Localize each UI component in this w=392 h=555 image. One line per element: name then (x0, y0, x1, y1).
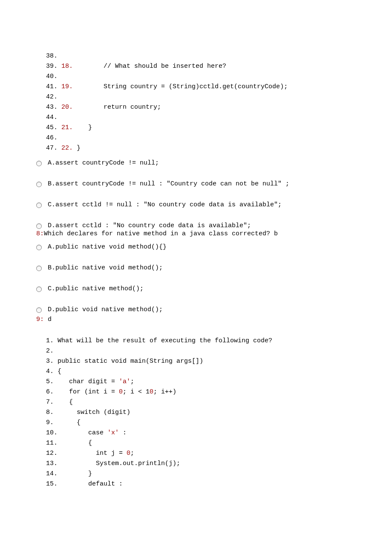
options-q8: A.public native void method(){}B.public … (0, 243, 392, 313)
code-line: 13. System.out.println(j); (46, 459, 392, 469)
code-line: 41. 19. String country = (String)cctld.g… (46, 82, 392, 92)
option-text: B.assert countryCode != null : "Country … (48, 180, 289, 188)
question-8-line: 8:Which declares for native method in a … (0, 230, 392, 237)
radio-icon[interactable] (36, 286, 42, 292)
code-line: 43. 20. return country; (46, 102, 392, 113)
radio-icon[interactable] (36, 182, 42, 187)
code-line: 12. int j = 0; (46, 448, 392, 459)
radio-icon[interactable] (36, 266, 42, 271)
code-line: 5. char digit = 'a'; (46, 377, 392, 387)
code-line: 7. { (46, 397, 392, 408)
option-text: A.public native void method(){} (48, 243, 167, 251)
code-line: 9. { (46, 418, 392, 428)
code-line: 42. (46, 92, 392, 102)
option-row: C.assert cctld != null : "No country cod… (36, 201, 392, 208)
code-line: 6. for (int i = 0; i < 10; i++) (46, 387, 392, 397)
option-row: D.assert cctld : "No country code data i… (36, 222, 392, 229)
option-text: C.assert cctld != null : "No country cod… (48, 201, 282, 208)
code-line: 1. What will be the result of executing … (46, 336, 392, 346)
option-row: C.public native method(); (36, 285, 392, 292)
code-line: 15. default : (46, 479, 392, 489)
code-line: 8. switch (digit) (46, 408, 392, 418)
code-line: 39. 18. // What should be inserted here? (46, 61, 392, 72)
option-text: C.public native method(); (48, 285, 144, 292)
option-text: D.assert cctld : "No country code data i… (48, 222, 251, 229)
option-row: B.assert countryCode != null : "Country … (36, 180, 392, 188)
code-line: 2. (46, 346, 392, 356)
radio-icon[interactable] (36, 161, 42, 166)
radio-icon[interactable] (36, 202, 42, 208)
code-block-1: 38.39. 18. // What should be inserted he… (0, 51, 392, 153)
code-line: 3. public static void main(String args[]… (46, 356, 392, 367)
q9-number: 9: (36, 316, 44, 323)
code-line: 46. (46, 133, 392, 143)
option-row: A.public native void method(){} (36, 243, 392, 251)
option-text: B.public native void method(); (48, 264, 163, 272)
option-row: B.public native void method(); (36, 264, 392, 272)
option-row: A.assert countryCode != null; (36, 159, 392, 167)
code-line: 10. case 'x' : (46, 428, 392, 438)
option-text: D.public void native method(); (48, 306, 163, 313)
radio-icon[interactable] (36, 245, 42, 250)
code-line: 44. (46, 113, 392, 123)
question-9-line: 9: d (0, 316, 392, 323)
option-text: A.assert countryCode != null; (48, 159, 159, 167)
code-block-2: 1. What will be the result of executing … (0, 336, 392, 489)
code-line: 4. { (46, 367, 392, 377)
options-q7: A.assert countryCode != null;B.assert co… (0, 159, 392, 229)
code-line: 45. 21. } (46, 123, 392, 133)
code-line: 40. (46, 72, 392, 82)
code-line: 11. { (46, 438, 392, 448)
option-row: D.public void native method(); (36, 306, 392, 313)
code-line: 14. } (46, 469, 392, 479)
q8-number: 8: (36, 230, 44, 237)
code-line: 47. 22. } (46, 143, 392, 153)
radio-icon[interactable] (36, 223, 42, 229)
code-line: 38. (46, 51, 392, 61)
q9-text: d (44, 316, 52, 323)
radio-icon[interactable] (36, 307, 42, 313)
q8-text: Which declares for native method in a ja… (44, 230, 278, 237)
